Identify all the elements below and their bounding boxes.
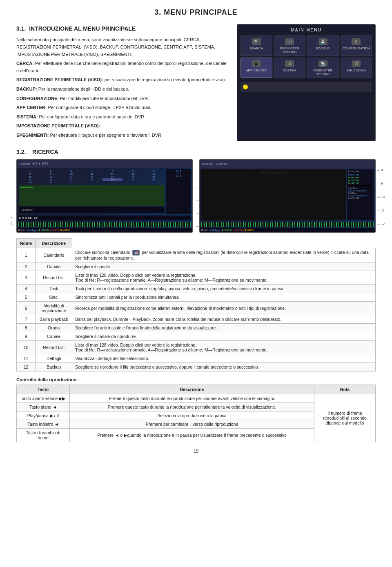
ctrl-desc: Premere ◄ o ▶quando la riproduzione è in… [70,428,314,442]
row-num: 3 [17,271,36,284]
right-screen-labels: — 8 — 9 — 10 — 11 — 12 [377,163,385,231]
screen-left-wrapper: 14:55:55 ▶ 3 ▼ 2015 1234567 891011121314… [16,159,193,233]
screen-right-content: Video playback area 14:34:04 H 14:34:14 … [200,169,375,221]
dvr-btn-backup: 💾 BACKUP [307,36,339,56]
row-desc: Scegliere il canale da riprodurre. [72,332,376,340]
screen-right-wrapper: 00:00:00 23:59:59 Video playback area 14… [199,159,376,233]
row-name: Canale [36,332,72,340]
right-timeline [201,222,374,227]
table-row: 12 Backup Scegliere se riprodurre il fil… [17,362,376,371]
row-num: 5 [17,293,36,301]
row-num: 7 [17,315,36,323]
table-row: 1 Calendario Cliccare sull'icona calenda… [17,248,376,262]
ctrl-desc: Premere per cambiare il verso della ripr… [70,420,314,428]
row-num: 11 [17,354,36,362]
section-32-title: 3.2. RICERCA [16,149,376,155]
right-panel: 14:34:04 H 14:34:14 R 14:35:10 R 14:35:2… [347,169,374,220]
dvr-btn-configuration: ⚙ CONFIGURATION [341,36,372,56]
ctrl-note: Il numero di frame riproducibili al seco… [314,394,376,442]
playback-controls: ▶ ■ ⏸ ▶▶ ◀◀ [18,216,191,220]
dvr-screen-right: 00:00:00 23:59:59 Video playback area 14… [199,159,376,233]
calendar-area: 1234567 891011121314 15161718192021 2223… [18,169,165,214]
row-num: 6 [17,301,36,315]
perimeter-setting-icon: 📡 [318,60,327,67]
ctrl-desc: Premere questo tasto durante la riproduz… [70,394,314,402]
type-row: ■ Syn ☑ AllType ■ Normal □ Alarm ■ Motio… [17,228,192,232]
row-name: Tasti [36,284,72,293]
control-label: Controllo della riproduzione: [16,377,376,382]
channel-list: CH 1 CH 2 CH 3 [166,169,191,214]
table-row: 2 Canale Scegliere il canale [17,262,376,271]
row-desc: Visualizza i dettagli del file seleziona… [72,354,376,362]
timeline-bar [18,222,191,227]
ctrl-desc: Premere questo tasto durante la riproduz… [70,402,314,411]
backup-icon: 💾 [318,38,327,45]
table-row: 3 Record List Lista di max 128 video. Do… [17,271,376,284]
ctrl-col-tasto: Tasto [17,385,70,394]
description-table: Nome Descrizione 1 Calendario Cliccare s… [16,238,376,371]
row-name: Dettagli [36,354,72,362]
row-num: 1 [17,248,36,262]
section-31-title: 3.1. INTRODUZIONE AL MENU PRINCIPALE [16,24,229,33]
row-num: 2 [17,262,36,271]
control-table: Tasto Descrizione Nota Tasto avanti-velo… [16,385,376,442]
row-num: 8 [17,323,36,332]
section-32: 3.2. RICERCA 14:55:55 ▶ 3 ▼ 2015 1234567 [16,149,376,233]
left-screen-left-labels: 5 6 [11,216,12,225]
file-list-area: Record files... [19,185,165,206]
dvr-btn-system: 🖥 SYSTEM [274,58,306,78]
row-desc: Scegliere l'orario iniziale e l'orario f… [72,323,376,332]
row-desc: Cliccare sull'icona calendario 📅 per vis… [72,248,376,262]
intro-para-8: IMPOSTAZIONE PERIMETRALE (VISO): [16,122,229,130]
playback-video: Video playback area [201,169,346,220]
ctrl-key: Play/pausa ▶ / II [17,411,70,420]
dvr-menu-row-2: 📱 APP CENTER 🖥 SYSTEM 📡 PERIMETER SETTIN… [241,58,372,78]
ricerca-images: 14:55:55 ▶ 3 ▼ 2015 1234567 891011121314… [16,159,376,233]
dvr-screen-left: 14:55:55 ▶ 3 ▼ 2015 1234567 891011121314… [16,159,193,233]
ctrl-desc: Seleziona la riproduzione o la pausa [70,411,314,420]
screen-right-top: 00:00:00 23:59:59 [200,160,375,169]
row-desc: Ricerca per modalità di registrazione co… [72,301,376,315]
table-row: 11 Dettagli Visualizza i dettagli del fi… [17,354,376,362]
right-type-row: ■ Syn ☑ AllType ■ Normal □ Alarms ■ Moti… [200,228,375,232]
shutdown-icon: ⏻ [352,60,361,67]
intro-para-1: Nella schermata principale del menu, son… [16,36,229,58]
row-name: Record List [36,340,72,354]
ctrl-key: Tasto piano ◄ [17,402,70,411]
row-desc: Lista di max 128 video. Doppio click per… [72,271,376,284]
page-title: 3. MENU PRINCIPALE [16,8,376,17]
table-row: 6 Modalità diregistrazione Ricerca per m… [17,301,376,315]
intro-para-9: SPEGNIMENTI: Per effettuare il logout e … [16,132,229,139]
dvr-menu-row-1: 🔍 SEARCH 📹 PERIMETER RECORD 💾 BACKUP ⚙ C… [241,36,372,56]
intro-para-3: REGISTRAZIONE PERIMETRALE (VISO): per vi… [16,76,229,84]
dvr-btn-shutdown: ⏻ SHUTDOWN [341,58,372,78]
table-row: 10 Record List Lista di max 128 video. D… [17,340,376,354]
row-desc: Tasti per il controllo della riproduzion… [72,284,376,293]
ctrl-key: Tasto indietro ◄ [17,420,70,428]
perimeter-record-icon: 📹 [285,38,294,45]
intro-para-7: SISTEMA: Per configurare data e ora e pa… [16,113,229,121]
table-row: 5 Sinc. Sincronizza tutti i canali per l… [17,293,376,301]
dvr-btn-app-center: 📱 APP CENTER [241,58,272,78]
row-num: 9 [17,332,36,340]
row-num: 12 [17,362,36,371]
intro-para-4: BACKUP: Per la manutenzione degli HDD e … [16,86,229,93]
dvr-menu-image: MAIN MENU 🔍 SEARCH 📹 PERIMETER RECORD 💾 … [237,24,376,141]
row-desc: Sincronizza tutti i canali per la riprod… [72,293,376,301]
table-row: 7 Barra playback Barra del playback. Dur… [17,315,376,323]
section-31: 3.1. INTRODUZIONE AL MENU PRINCIPALE Nel… [16,24,376,141]
app-center-icon: 📱 [252,60,261,67]
select-all-bar: □ SelectAll [19,207,165,213]
dvr-btn-search: 🔍 SEARCH [241,36,272,56]
search-icon: 🔍 [252,38,261,45]
configuration-icon: ⚙ [352,38,361,45]
col-header-desc: Descrizione [36,238,72,248]
ctrl-key: Tasto avanti-veloce ▶▶ [17,394,70,402]
row-desc: Barra del playback. Durante il PlayBack,… [72,315,376,323]
ctrl-key: Tasto di cambio di frame [17,428,70,442]
row-name: Calendario [36,248,72,262]
intro-para-6: APP CENTER: Per configurare il cloud sto… [16,104,229,111]
row-name: Record List [36,271,72,284]
row-desc: Scegliere se riprodurre il file preceden… [72,362,376,371]
dvr-btn-perimeter-setting: 📡 PERIMETER SETTING [307,58,339,78]
